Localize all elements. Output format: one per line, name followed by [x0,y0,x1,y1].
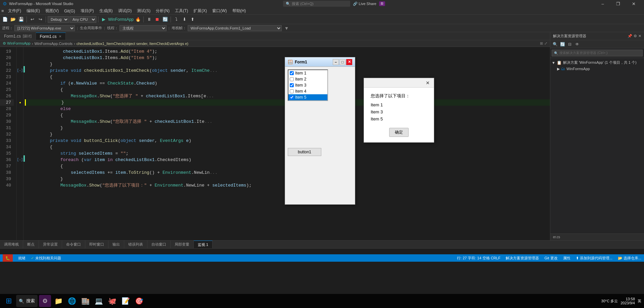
hot-reload-btn[interactable]: 🔥 [134,16,142,23]
settings-btn[interactable]: ⚙ [634,34,637,38]
tab-breakpoints[interactable]: 断点 [23,241,39,248]
restart-btn[interactable]: 🔄 [162,16,169,23]
form1-close[interactable]: ✕ [346,59,352,65]
menu-file[interactable]: 文件(F) [5,7,24,15]
tab-callstack[interactable]: 调用堆栈 [0,241,23,248]
tab-watch[interactable]: 监视 1 [194,241,213,248]
live-share-btn[interactable]: 🔗 Live Share [353,2,376,6]
save-btn[interactable]: 💾 [17,16,25,23]
list-item-2[interactable]: Item 2 [288,76,327,82]
step-out-btn[interactable]: ⬆ [189,16,196,23]
checkbox-1[interactable] [290,71,294,75]
checked-listbox[interactable]: Item 1 Item 2 Item 3 Item 4 Item 5 [288,69,328,101]
tab-command[interactable]: 命令窗口 [62,241,85,248]
menu-view[interactable]: 视图(V) [43,7,61,15]
solution-explorer-link[interactable]: 解决方案资源管理器 [506,256,539,261]
expand-btn[interactable]: ⤢ [544,41,547,46]
list-item-4[interactable]: Item 4 [288,88,327,94]
list-item-1[interactable]: Item 1 [288,70,327,76]
vs-taskbar-icon[interactable]: ⚙ [39,295,51,307]
form1-minimize[interactable]: – [333,59,339,65]
menu-build[interactable]: 生成(B) [97,7,116,15]
tab-form1-design[interactable]: Form1.cs [设计] [0,33,36,40]
new-file-btn[interactable]: 📄 [1,16,9,23]
run-label[interactable]: WinFormsApp [108,17,134,22]
menu-edit[interactable]: 编辑(E) [24,7,43,15]
solution-node[interactable]: ▼ 📋 解决方案 'WinFormsApp' (1 个项目，共 1 个) [550,59,644,66]
add-to-source-btn[interactable]: ⬆ 添加到源代码管理... [576,256,612,261]
form1-maximize[interactable]: □ [339,59,346,65]
cpu-combo[interactable]: Any CPU [70,16,96,23]
controls-crumb[interactable]: WinFormsApp.Controls [34,42,73,46]
form1-titlebar[interactable]: 🪟 Form1 – □ ✕ [285,57,355,67]
step-over-btn[interactable]: ⤵ [173,16,180,23]
vscode-taskbar-icon[interactable]: 📝 [120,295,132,307]
process-combo[interactable]: [17272] WinFormsApp.exe [14,25,75,31]
split-editor-btn[interactable]: ⊞ [540,41,543,46]
store-taskbar-icon[interactable]: 🏬 [79,295,91,307]
ok-button[interactable]: 确定 [389,128,409,137]
tab-output[interactable]: 输出 [108,241,124,248]
step-into-btn[interactable]: ⬇ [181,16,188,23]
list-item-5[interactable]: Item 5 [288,94,327,100]
menu-analyze[interactable]: 分析(N) [153,7,172,15]
open-btn[interactable]: 📂 [9,16,17,23]
close-btn[interactable]: ✕ [626,0,641,7]
tab-errorlist[interactable]: 错误列表 [124,241,147,248]
list-item-3[interactable]: Item 3 [288,82,327,88]
close-panel-btn[interactable]: ✕ [638,34,641,38]
stop-btn[interactable]: ⏹ [153,16,161,23]
browser-taskbar-icon[interactable]: 🌐 [66,295,78,307]
menu-git[interactable]: Git(G) [61,7,78,15]
tab-form1-code[interactable]: Form1.cs ✕ [36,33,66,40]
debug-config-combo[interactable]: Debug [48,16,69,23]
menu-project[interactable]: 项目(P) [78,7,97,15]
menu-tools[interactable]: 工具(T) [172,7,191,15]
properties-link[interactable]: 属性 [563,256,570,261]
undo-btn[interactable]: ↩ [29,16,36,23]
gutter-36[interactable]: [-] [17,157,23,163]
tab-exceptions[interactable]: 异常设置 [39,241,62,248]
se-show-all-btn[interactable]: 👁 [574,42,581,47]
pin-btn[interactable]: 📌 [628,34,632,38]
global-search[interactable]: 搜索 (Ctrl+Q) [292,1,313,6]
stack-combo[interactable]: WinFormsApp.Controls.Form1_Load [188,25,282,31]
menu-extensions[interactable]: 扩展(X) [191,7,210,15]
menu-debug[interactable]: 调试(D) [116,7,135,15]
search-taskbar[interactable]: 🔍 搜索 [16,295,38,307]
start-button[interactable]: ⊞ [3,295,15,307]
pause-btn[interactable]: ⏸ [145,16,153,23]
menu-test[interactable]: 测试(S) [134,7,153,15]
checkbox-3[interactable] [290,83,294,87]
tab-autos[interactable]: 自动窗口 [147,241,171,248]
button1[interactable]: button1 [288,148,321,156]
menu-help[interactable]: 帮助(H) [230,7,249,15]
minimize-btn[interactable]: – [595,0,610,7]
msg-dialog-close[interactable]: ✕ [424,80,431,86]
rider-taskbar-icon[interactable]: 🎯 [133,295,145,307]
winformsapp-crumb[interactable]: ⚙ WinFormsApp [3,41,31,46]
git-changes-link[interactable]: Git 更改 [544,256,557,261]
se-search-btn[interactable]: 🔍 [552,42,558,47]
stack-toggle[interactable]: ▼ [284,25,289,31]
project-node[interactable]: ▶ 🗂 WinFormsApp [550,66,644,72]
method-crumb[interactable]: checkedListBox1_ItemCheck(object sender,… [77,42,188,46]
gutter-22[interactable]: [-] [17,67,23,74]
checkbox-2[interactable] [290,77,294,81]
tab-immediate[interactable]: 即时窗口 [85,241,108,248]
tab-close-btn[interactable]: ✕ [59,35,61,38]
checkbox-4[interactable] [290,89,294,93]
checkbox-5[interactable] [290,95,294,99]
choose-repo-btn[interactable]: 📂 选择仓库... [618,256,641,261]
se-refresh-btn[interactable]: 🔄 [559,42,566,47]
terminal-taskbar-icon[interactable]: 💻 [93,295,105,307]
menu-window[interactable]: 窗口(W) [210,7,229,15]
thread-combo[interactable]: 主线程 [120,25,167,31]
se-search-box[interactable]: 🔍 搜索解决方案资源管理器 (Ctrl+;) [552,50,643,56]
git-taskbar-icon[interactable]: 🐙 [106,295,118,307]
redo-btn[interactable]: ↪ [37,16,44,23]
restore-btn[interactable]: ❐ [610,0,626,7]
start-btn[interactable]: ▶ [100,16,107,23]
tab-locals[interactable]: 局部变量 [171,241,194,248]
se-collapse-btn[interactable]: ⊟ [566,42,573,47]
